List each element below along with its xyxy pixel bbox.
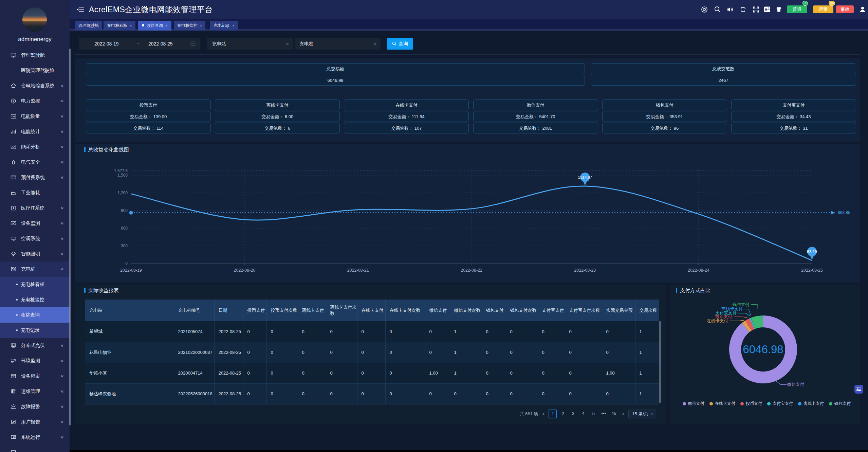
tab-充电桩监控[interactable]: 充电桩监控× <box>174 21 205 31</box>
sidebar-item-用户报告[interactable]: 用户报告∨ <box>0 414 70 430</box>
column-header[interactable]: 充电站 <box>85 300 174 321</box>
column-header[interactable]: 在线卡支付次数 <box>385 300 425 321</box>
column-header[interactable]: 充电桩编号 <box>174 300 214 321</box>
fullscreen-icon[interactable] <box>752 6 760 13</box>
sidebar-item-设备监测[interactable]: 设备监测∨ <box>0 216 70 231</box>
tab-收益查询[interactable]: 收益查询× <box>138 21 171 31</box>
app-title: AcrelEMS企业微电网能效管理平台 <box>89 4 213 15</box>
sidebar-item-电气安全[interactable]: 电气安全∨ <box>0 155 70 170</box>
column-header[interactable]: 支付宝支付 <box>538 300 565 321</box>
sidebar-item-故障报警[interactable]: 故障报警∨ <box>0 399 70 414</box>
sidebar-item-工业能耗[interactable]: 工业能耗 <box>0 185 70 200</box>
donut-slice-钱包支付[interactable] <box>753 322 763 324</box>
legend-item-微信支付[interactable]: 微信支付 <box>683 401 704 406</box>
sidebar-item-电能质量[interactable]: 电能质量∨ <box>0 109 70 124</box>
sidebar-item-运维管理[interactable]: 运维管理∨ <box>0 384 70 399</box>
column-header[interactable]: 离线卡支付次数 <box>326 300 357 321</box>
page-4[interactable]: 4 <box>579 410 587 418</box>
sidebar-item-环境监测[interactable]: 环境监测∨ <box>0 353 70 368</box>
column-header[interactable]: 交易次数 <box>635 300 659 321</box>
sidebar-item-partial[interactable] <box>0 445 70 452</box>
sidebar-item-医疗IT系统[interactable]: 医疗IT系统∨ <box>0 200 70 216</box>
table-row[interactable]: 希望城20210050742022-08-2500000001000001 <box>85 321 659 342</box>
sidebar-item-能耗分析[interactable]: 能耗分析∨ <box>0 139 70 155</box>
table-scrollbar[interactable] <box>659 321 661 403</box>
sidebar-subitem-收益查询[interactable]: 收益查询 <box>0 307 70 323</box>
column-header[interactable]: 支付宝支付次数 <box>565 300 602 321</box>
search-icon[interactable] <box>714 6 721 13</box>
page-45[interactable]: 45 <box>610 410 618 418</box>
table-row[interactable]: 花果山物业202102200000372022-08-2500000001000… <box>85 342 659 363</box>
sidebar-item-空调系统[interactable]: 空调系统∨ <box>0 231 70 246</box>
alarm-badge-严重[interactable]: 严重 <box>813 5 833 13</box>
target-icon[interactable] <box>701 6 708 13</box>
table-row[interactable]: 华苑小区20200047142022-08-250000001.00100001… <box>85 363 659 383</box>
column-header[interactable]: 投币支付次数 <box>266 300 298 321</box>
donut-slice-在线卡支付[interactable] <box>746 326 749 328</box>
table-row[interactable]: 畅达峰东侧地202205260000182022-08-250000000000… <box>85 383 659 404</box>
column-header[interactable]: 日期 <box>214 300 243 321</box>
theme-icon[interactable] <box>775 6 783 13</box>
close-icon[interactable]: × <box>130 23 132 28</box>
sidebar-scrollbar[interactable] <box>69 49 71 426</box>
donut-slice-投币支付[interactable] <box>749 324 752 326</box>
legend-item-在线卡支付[interactable]: 在线卡支付 <box>709 401 735 406</box>
page-3[interactable]: 3 <box>569 410 577 418</box>
column-header[interactable]: 微信支付次数 <box>450 300 482 321</box>
column-header[interactable]: 微信支付 <box>425 300 450 321</box>
donut-slice-支付宝支付[interactable] <box>752 323 753 324</box>
sidebar-item-医院管理驾驶舱[interactable]: 医院管理驾驶舱 <box>0 63 70 78</box>
page-size-select[interactable]: 15 条/页∨ <box>628 410 656 418</box>
legend-item-离线卡支付[interactable]: 离线卡支付 <box>798 401 824 406</box>
close-icon[interactable]: × <box>200 23 202 28</box>
legend-item-投币支付[interactable]: 投币支付 <box>740 401 762 406</box>
sidebar-item-电力监控[interactable]: 电力监控∨ <box>0 93 70 109</box>
sidebar-subitem-充电桩看板[interactable]: 充电桩看板 <box>0 277 70 292</box>
column-header[interactable]: 投币支付 <box>243 300 266 321</box>
sidebar-item-预付费系统[interactable]: 预付费系统∨ <box>0 170 70 185</box>
prev-page-icon[interactable]: < <box>541 412 546 416</box>
query-button[interactable]: 查询 <box>387 38 413 50</box>
column-header[interactable]: 在线卡支付 <box>357 300 385 321</box>
user-icon[interactable] <box>859 6 866 13</box>
station-select[interactable]: 充电站 ∨ <box>207 38 293 50</box>
sidebar-item-系统运行[interactable]: 系统运行∨ <box>0 430 70 445</box>
tab-充电桩看板[interactable]: 充电桩看板× <box>104 21 135 31</box>
column-header[interactable]: 钱包支付 <box>482 300 506 321</box>
tab-管理驾驶舱[interactable]: 管理驾驶舱 <box>75 21 102 31</box>
alarm-badge-普通[interactable]: 普通 <box>787 5 807 13</box>
date-range-input[interactable]: 2022-08-19 ~ 2022-08-25 <box>79 38 200 50</box>
refresh-icon[interactable] <box>739 6 747 13</box>
tab-充电记录[interactable]: 充电记录× <box>210 21 238 31</box>
sidebar-item-智能照明[interactable]: 智能照明∨ <box>0 246 70 261</box>
table-cell: 0 <box>326 342 357 363</box>
sidebar-item-电能统计[interactable]: 电能统计∨ <box>0 124 70 139</box>
legend-item-钱包支付[interactable]: 钱包支付 <box>829 401 851 406</box>
sidebar-item-变电站综自系统[interactable]: 变电站综自系统∨ <box>0 78 70 93</box>
next-page-icon[interactable]: > <box>621 412 626 416</box>
close-icon[interactable]: × <box>232 23 234 28</box>
sound-icon[interactable] <box>726 6 734 13</box>
column-header[interactable]: 离线卡支付 <box>298 300 326 321</box>
avatar[interactable] <box>22 7 47 32</box>
page-2[interactable]: 2 <box>559 410 567 418</box>
page-5[interactable]: 5 <box>589 410 597 418</box>
date-start: 2022-08-19 <box>94 38 119 50</box>
column-header[interactable]: 实际交易金额 <box>602 300 635 321</box>
alarm-badge-事故[interactable]: 事故 <box>836 5 854 13</box>
sidebar-item-分布式光伏[interactable]: 分布式光伏∨ <box>0 338 70 353</box>
sidebar-subitem-充电桩监控[interactable]: 充电桩监控 <box>0 292 70 307</box>
menu-collapse-icon[interactable] <box>77 6 84 12</box>
legend-item-支付宝支付[interactable]: 支付宝支付 <box>767 401 793 406</box>
sidebar-item-管理驾驶舱[interactable]: 管理驾驶舱 <box>0 48 70 63</box>
sidebar-item-充电桩[interactable]: 充电桩∧ <box>0 261 70 277</box>
page-•••[interactable]: ••• <box>599 410 608 418</box>
page-1[interactable]: 1 <box>549 410 557 418</box>
settings-fab-button[interactable] <box>854 385 863 394</box>
translate-icon[interactable]: A文 <box>764 6 771 13</box>
sidebar-subitem-充电记录[interactable]: 充电记录 <box>0 323 70 338</box>
sidebar-item-设备档案[interactable]: 设备档案∨ <box>0 368 70 384</box>
column-header[interactable]: 钱包支付次数 <box>506 300 538 321</box>
close-icon[interactable]: × <box>165 23 167 28</box>
pile-select[interactable]: 充电桩 ∨ <box>295 38 381 50</box>
